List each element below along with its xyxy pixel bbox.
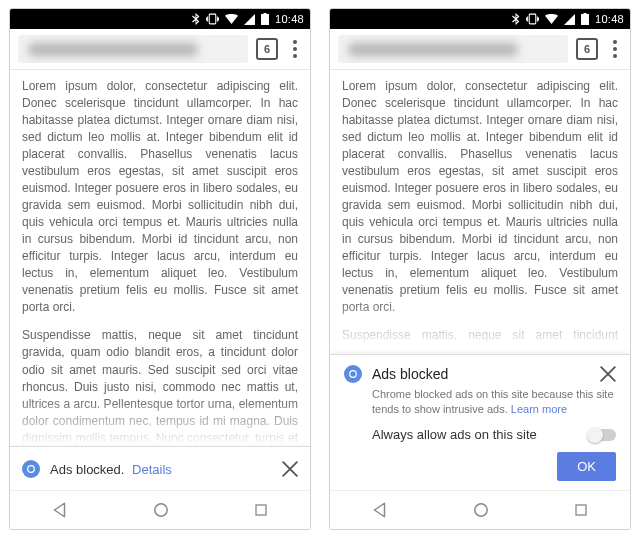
url-field[interactable]: [338, 35, 568, 63]
page-content[interactable]: Lorem ipsum dolor, consectetur adipiscin…: [10, 70, 310, 458]
battery-icon: [261, 13, 269, 25]
android-nav-bar: [330, 490, 630, 529]
tab-switcher[interactable]: 6: [576, 38, 598, 60]
tab-switcher[interactable]: 6: [256, 38, 278, 60]
cell-icon: [244, 14, 255, 25]
paragraph: Lorem ipsum dolor, consectetur adipiscin…: [342, 78, 618, 316]
always-allow-label: Always allow ads on this site: [372, 427, 588, 442]
ads-blocked-banner: Ads blocked. Details: [10, 446, 310, 491]
bluetooth-icon: [511, 13, 520, 25]
chrome-icon: [22, 460, 40, 478]
phone-left: 10:48 6 Lorem ipsum dolor, consectetur a…: [9, 8, 311, 530]
svg-rect-10: [583, 13, 586, 15]
home-icon[interactable]: [472, 501, 490, 519]
vibrate-icon: [526, 13, 539, 25]
back-icon[interactable]: [51, 501, 69, 519]
svg-rect-9: [581, 14, 589, 25]
details-link[interactable]: Details: [132, 462, 172, 477]
svg-point-14: [475, 504, 487, 516]
status-bar: 10:48: [330, 9, 630, 29]
android-nav-bar: [10, 490, 310, 529]
wifi-icon: [225, 14, 238, 24]
svg-point-5: [28, 466, 33, 471]
vibrate-icon: [206, 13, 219, 25]
paragraph: Lorem ipsum dolor, consectetur adipiscin…: [22, 78, 298, 316]
status-bar: 10:48: [10, 9, 310, 29]
url-field[interactable]: [18, 35, 248, 63]
page-content[interactable]: Lorem ipsum dolor, consectetur adipiscin…: [330, 70, 630, 360]
bluetooth-icon: [191, 13, 200, 25]
ads-blocked-panel: Ads blocked Chrome blocked ads on this s…: [330, 354, 630, 491]
recent-icon[interactable]: [573, 502, 589, 518]
svg-rect-8: [529, 14, 536, 24]
svg-rect-0: [209, 14, 216, 24]
chrome-icon: [344, 365, 362, 383]
close-icon[interactable]: [282, 461, 298, 477]
wifi-icon: [545, 14, 558, 24]
overflow-menu-button[interactable]: [286, 40, 304, 58]
home-icon[interactable]: [152, 501, 170, 519]
learn-more-link[interactable]: Learn more: [511, 403, 567, 415]
status-time: 10:48: [595, 13, 624, 25]
back-icon[interactable]: [371, 501, 389, 519]
phone-right: 10:48 6 Lorem ipsum dolor, consectetur a…: [329, 8, 631, 530]
svg-rect-2: [263, 13, 266, 15]
svg-rect-1: [261, 14, 269, 25]
ok-button[interactable]: OK: [557, 452, 616, 481]
status-time: 10:48: [275, 13, 304, 25]
omnibox-row: 6: [10, 29, 310, 70]
svg-rect-15: [576, 505, 586, 515]
recent-icon[interactable]: [253, 502, 269, 518]
always-allow-toggle[interactable]: [588, 429, 616, 441]
overflow-menu-button[interactable]: [606, 40, 624, 58]
panel-title: Ads blocked: [372, 366, 600, 382]
close-icon[interactable]: [600, 366, 616, 382]
svg-rect-7: [256, 505, 266, 515]
panel-description: Chrome blocked ads on this site because …: [372, 387, 616, 417]
paragraph: Suspendisse mattis, neque sit amet tinci…: [22, 327, 298, 458]
battery-icon: [581, 13, 589, 25]
omnibox-row: 6: [330, 29, 630, 70]
banner-text: Ads blocked. Details: [50, 462, 282, 477]
svg-point-6: [155, 504, 167, 516]
cell-icon: [564, 14, 575, 25]
svg-point-13: [350, 372, 355, 377]
